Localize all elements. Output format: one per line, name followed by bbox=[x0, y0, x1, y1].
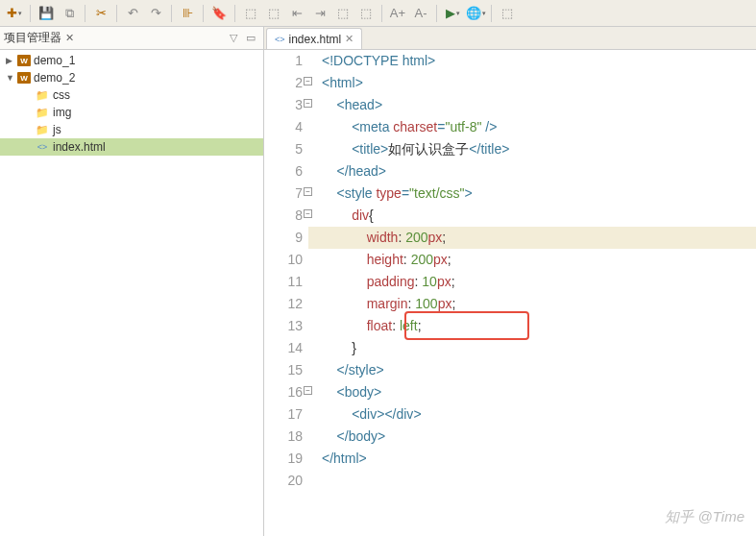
main-toolbar: ✚▾ 💾 ⧉ ✂ ↶ ↷ ⊪ 🔖 ⬚ ⬚ ⇤ ⇥ ⬚ ⬚ A+ A- ▶▾ 🌐▾… bbox=[0, 0, 756, 27]
font-decrease-button[interactable]: A- bbox=[410, 3, 431, 24]
panel-header: 项目管理器 ✕ ▽ ▭ bbox=[0, 27, 263, 50]
panel-title: 项目管理器 bbox=[4, 30, 61, 46]
tree-item-js[interactable]: 📁 js bbox=[0, 121, 263, 138]
format-button[interactable]: ⊪ bbox=[177, 3, 198, 24]
project-explorer-panel: 项目管理器 ✕ ▽ ▭ ▶ W demo_1 ▼ W demo_2 bbox=[0, 27, 264, 536]
folder-icon: 📁 bbox=[35, 88, 50, 102]
app-button[interactable]: ⬚ bbox=[497, 3, 518, 24]
new-button[interactable]: ✚▾ bbox=[4, 3, 25, 24]
tab-label: index.html bbox=[289, 33, 342, 46]
code-editor[interactable]: 1 2− 3− 4 5 6 7− 8− 9 10 11 12 13 14 15 … bbox=[264, 50, 756, 536]
tree-item-img[interactable]: 📁 img bbox=[0, 104, 263, 121]
stop-button[interactable]: ⬚ bbox=[355, 3, 377, 24]
run-button[interactable]: ▶▾ bbox=[442, 3, 463, 24]
bookmark-icon[interactable]: 🔖 bbox=[208, 3, 230, 24]
folder-icon: 📁 bbox=[35, 123, 50, 136]
project-icon: W bbox=[17, 72, 31, 84]
resume-button[interactable]: ⬚ bbox=[332, 3, 354, 24]
project-icon: W bbox=[17, 55, 31, 66]
tree-item-demo1[interactable]: ▶ W demo_1 bbox=[0, 52, 263, 69]
step-return-button[interactable]: ⇥ bbox=[309, 3, 330, 24]
html-file-icon: <> bbox=[35, 140, 50, 154]
html-file-icon: <> bbox=[275, 35, 285, 44]
tree-item-index[interactable]: <> index.html bbox=[0, 138, 263, 156]
collapse-icon[interactable]: ▽ bbox=[225, 30, 242, 47]
step-over-button[interactable]: ⬚ bbox=[240, 3, 261, 24]
save-button[interactable]: 💾 bbox=[36, 3, 57, 24]
cut-button[interactable]: ✂ bbox=[90, 3, 111, 24]
folder-icon: 📁 bbox=[35, 106, 50, 119]
step-into-button[interactable]: ⬚ bbox=[263, 3, 284, 24]
font-increase-button[interactable]: A+ bbox=[387, 3, 408, 24]
save-all-button[interactable]: ⧉ bbox=[59, 3, 80, 24]
minimize-icon[interactable]: ▭ bbox=[242, 30, 259, 47]
expand-icon[interactable]: ▶ bbox=[6, 56, 17, 65]
collapse-icon[interactable]: ▼ bbox=[6, 73, 17, 83]
code-area[interactable]: <!DOCTYPE html> <html> <head> <meta char… bbox=[308, 50, 756, 536]
step-out-button[interactable]: ⇤ bbox=[286, 3, 307, 24]
browser-button[interactable]: 🌐▾ bbox=[465, 3, 486, 24]
redo-button[interactable]: ↷ bbox=[145, 3, 166, 24]
editor-tabbar: <> index.html ✕ bbox=[264, 27, 756, 50]
tree-item-css[interactable]: 📁 css bbox=[0, 86, 263, 104]
tree-item-demo2[interactable]: ▼ W demo_2 bbox=[0, 69, 263, 86]
project-tree: ▶ W demo_1 ▼ W demo_2 📁 css 📁 im bbox=[0, 50, 263, 536]
editor-panel: <> index.html ✕ 1 2− 3− 4 5 6 7− 8− 9 10 bbox=[264, 27, 756, 536]
undo-button[interactable]: ↶ bbox=[122, 3, 143, 24]
panel-close-icon[interactable]: ✕ bbox=[65, 32, 74, 44]
tab-close-icon[interactable]: ✕ bbox=[345, 33, 354, 45]
line-gutter: 1 2− 3− 4 5 6 7− 8− 9 10 11 12 13 14 15 … bbox=[264, 50, 308, 536]
editor-tab-index[interactable]: <> index.html ✕ bbox=[266, 28, 362, 49]
